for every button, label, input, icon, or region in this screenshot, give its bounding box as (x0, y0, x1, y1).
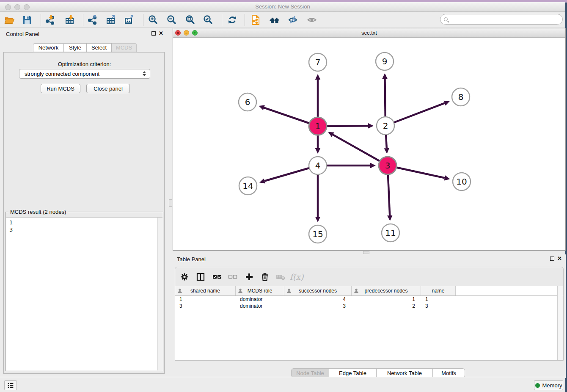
columns-button[interactable] (195, 271, 206, 282)
float-panel-icon[interactable] (151, 31, 156, 36)
close-panel-icon[interactable]: ✕ (159, 31, 163, 36)
svg-text:15: 15 (312, 229, 323, 239)
memory-button[interactable]: Memory (534, 380, 563, 390)
window-titlebar: Session: New Session (0, 2, 565, 12)
tab-network-table[interactable]: Network Table (377, 368, 433, 378)
table-panel-title: Table Panel (177, 256, 206, 262)
task-history-button[interactable] (4, 380, 17, 390)
column-header-successor-nodes[interactable]: successor nodes (284, 286, 352, 295)
delete-column-button[interactable] (275, 271, 286, 282)
cell-name[interactable]: 1 (421, 296, 456, 303)
tab-mcds[interactable]: MCDS (112, 43, 137, 52)
cell-MCDS-role[interactable]: dominator (236, 303, 284, 309)
export-network-button[interactable] (85, 13, 99, 27)
import-table-button[interactable] (63, 13, 77, 27)
column-header-shared-name[interactable]: shared name (175, 286, 236, 295)
refresh-button[interactable] (226, 13, 239, 27)
cell-MCDS-role[interactable]: dominator (236, 296, 284, 303)
svg-text:6: 6 (245, 97, 250, 107)
zoom-in-button[interactable] (146, 13, 160, 27)
table-toolbar: f(x) (175, 267, 563, 286)
graph-node-2[interactable]: 2 (377, 117, 394, 135)
tab-network[interactable]: Network (33, 43, 64, 52)
zoom-fit-button[interactable] (184, 13, 197, 27)
graph-node-8[interactable]: 8 (452, 88, 470, 106)
delete-column-icon (276, 272, 285, 282)
tab-motifs[interactable]: Motifs (433, 368, 465, 378)
tab-node-table[interactable]: Node Table (291, 368, 329, 378)
save-session-button[interactable] (20, 13, 34, 27)
close-table-panel-icon[interactable]: ✕ (557, 257, 562, 261)
graph-edge-2-8[interactable] (385, 101, 450, 126)
cell-shared-name[interactable]: 1 (175, 296, 236, 303)
graph-node-3[interactable]: 3 (379, 157, 396, 174)
import-network-button[interactable] (43, 13, 57, 27)
horizontal-splitter-grip[interactable] (363, 251, 369, 254)
show-all-button[interactable] (305, 13, 319, 27)
delete-row-button[interactable] (259, 271, 270, 282)
svg-text:4: 4 (315, 160, 321, 171)
cell-predecessor-nodes[interactable]: 2 (352, 303, 421, 309)
run-mcds-button[interactable]: Run MCDS (41, 84, 80, 93)
zoom-selected-button[interactable] (201, 13, 215, 27)
function-button[interactable]: f(x) (291, 271, 302, 282)
mcds-result-textarea[interactable]: 13 (6, 217, 162, 370)
select-all-button[interactable] (212, 271, 223, 282)
mcds-result-box: MCDS result (2 nodes) 13 (6, 212, 163, 371)
export-table-button[interactable] (104, 13, 118, 27)
tab-select[interactable]: Select (87, 43, 112, 52)
float-table-panel-icon[interactable] (550, 257, 554, 261)
hide-selected-button[interactable] (286, 13, 300, 27)
tab-edge-table[interactable]: Edge Table (329, 368, 377, 378)
optimization-criterion-label: Optimization criterion: (4, 61, 165, 67)
tab-style[interactable]: Style (64, 43, 87, 52)
graph-edge-3-1[interactable] (328, 132, 388, 166)
export-image-button[interactable] (123, 13, 136, 27)
optimization-criterion-select[interactable]: strongly connected component (19, 69, 150, 79)
toolbar-separator (143, 14, 143, 26)
delete-row-icon (260, 272, 270, 282)
graph-node-6[interactable]: 6 (239, 93, 256, 111)
status-bar: Memory (0, 377, 565, 392)
settings-button[interactable] (179, 271, 190, 282)
result-scrollbar[interactable] (157, 218, 162, 370)
window-title: Session: New Session (0, 3, 565, 10)
show-all-icon (306, 14, 317, 25)
column-header-name[interactable]: name (421, 286, 456, 295)
table-scrollbar[interactable] (557, 286, 563, 360)
first-neighbors-button[interactable] (268, 13, 281, 27)
graph-node-4[interactable]: 4 (309, 157, 327, 174)
cell-shared-name[interactable]: 3 (175, 303, 236, 309)
zoom-out-icon (166, 14, 177, 25)
graph-node-7[interactable]: 7 (309, 53, 327, 71)
graph-node-10[interactable]: 10 (453, 173, 471, 190)
graph-node-15[interactable]: 15 (309, 225, 327, 243)
table-row[interactable]: 3dominator323 (175, 303, 563, 309)
deselect-all-button[interactable] (227, 271, 238, 282)
graph-node-14[interactable]: 14 (239, 177, 257, 195)
import-table-icon (64, 14, 75, 25)
zoom-out-button[interactable] (165, 13, 179, 27)
cell-successor-nodes[interactable]: 4 (284, 296, 352, 303)
search-box[interactable] (440, 14, 563, 25)
column-header-predecessor-nodes[interactable]: predecessor nodes (352, 286, 421, 295)
svg-text:8: 8 (458, 92, 464, 102)
cell-predecessor-nodes[interactable]: 1 (352, 296, 421, 303)
mcds-result-line: 1 (9, 219, 13, 226)
graph-node-1[interactable]: 1 (309, 117, 327, 135)
table-row[interactable]: 1dominator411 (175, 296, 563, 303)
mcds-result-line: 3 (9, 226, 13, 233)
cell-successor-nodes[interactable]: 3 (284, 303, 352, 309)
new-network-from-selection-button[interactable] (249, 13, 262, 27)
add-row-button[interactable] (244, 271, 255, 282)
graph-edge-3-10[interactable] (388, 166, 450, 180)
column-header-MCDS-role[interactable]: MCDS role (236, 286, 284, 295)
vertical-splitter-grip[interactable] (169, 199, 172, 207)
cell-name[interactable]: 3 (421, 303, 456, 309)
network-canvas[interactable]: 7968124314101511 (173, 38, 565, 251)
graph-node-9[interactable]: 9 (376, 52, 394, 70)
close-panel-button[interactable]: Close panel (86, 84, 130, 93)
graph-node-11[interactable]: 11 (382, 224, 399, 242)
open-file-button[interactable] (3, 13, 16, 27)
search-input[interactable] (450, 15, 562, 24)
